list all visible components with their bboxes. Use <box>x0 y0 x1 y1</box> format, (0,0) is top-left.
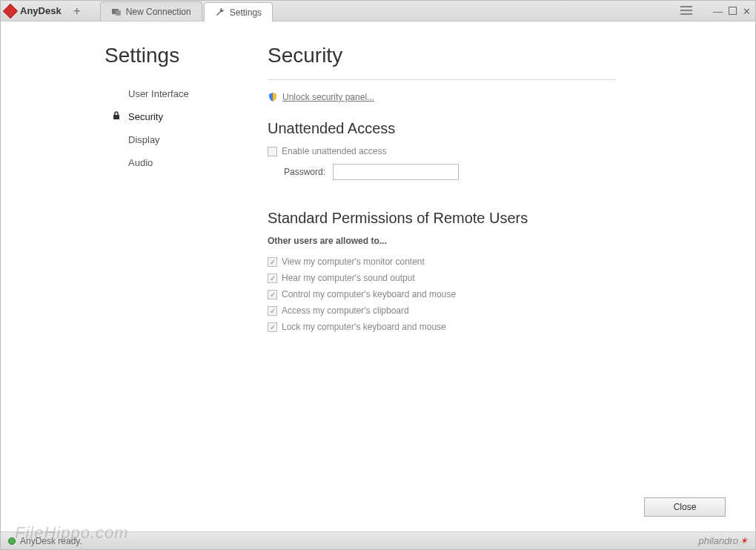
perm-checkbox[interactable] <box>268 257 277 267</box>
perm-label: View my computer's monitor content <box>282 256 425 267</box>
perm-label: Control my computer's keyboard and mouse <box>282 289 456 299</box>
section-title-unattended: Unattended Access <box>268 120 726 137</box>
status-indicator-icon <box>8 537 16 545</box>
password-label: Password: <box>284 167 325 177</box>
sidebar-item-label: Security <box>128 111 163 122</box>
sidebar-item-user-interface[interactable]: User Interface <box>105 82 253 105</box>
app-name-text: AnyDesk <box>20 5 62 16</box>
perm-lock-kb-mouse: Lock my computer's keyboard and mouse <box>268 322 726 332</box>
statusbar: AnyDesk ready. philandro ✶ <box>1 531 755 549</box>
enable-unattended-label: Enable unattended access <box>282 146 386 156</box>
tab-new-connection[interactable]: New Connection <box>100 1 202 21</box>
maximize-button[interactable] <box>729 6 737 17</box>
password-input[interactable] <box>333 164 459 180</box>
permissions-subtext: Other users are allowed to... <box>268 236 726 246</box>
sidebar-item-security[interactable]: Security <box>105 105 253 128</box>
sidebar-item-label: Audio <box>128 157 153 168</box>
brand-text: philandro <box>699 535 739 546</box>
app-window: AnyDesk + New Connection Settings — <box>0 0 756 550</box>
sidebar-item-label: Display <box>128 134 160 145</box>
unlock-security-link[interactable]: Unlock security panel... <box>282 92 374 102</box>
perm-view-monitor: View my computer's monitor content <box>268 256 726 267</box>
app-title: AnyDesk <box>1 1 69 21</box>
perm-label: Lock my computer's keyboard and mouse <box>282 322 446 332</box>
permissions-list: View my computer's monitor content Hear … <box>268 256 726 332</box>
close-window-button[interactable]: ✕ <box>743 6 751 17</box>
brand-label: philandro ✶ <box>699 535 749 546</box>
new-tab-button[interactable]: + <box>69 1 85 21</box>
uac-shield-icon <box>268 92 278 102</box>
section-title-permissions: Standard Permissions of Remote Users <box>268 210 726 227</box>
security-panel: Security Unlock security panel... Unatte… <box>253 44 755 490</box>
enable-unattended-checkbox[interactable] <box>268 147 277 156</box>
perm-checkbox[interactable] <box>268 322 277 332</box>
perm-label: Access my computer's clipboard <box>282 305 409 316</box>
sidebar-item-audio[interactable]: Audio <box>105 151 253 174</box>
close-button[interactable]: Close <box>644 497 726 517</box>
tab-label: Settings <box>230 7 262 18</box>
page-title: Security <box>268 44 726 67</box>
unlock-row: Unlock security panel... <box>268 92 726 102</box>
tabs: New Connection Settings <box>100 1 274 21</box>
sidebar-item-display[interactable]: Display <box>105 128 253 151</box>
connection-icon <box>111 7 122 17</box>
perm-checkbox[interactable] <box>268 290 277 299</box>
hamburger-menu-icon[interactable] <box>680 6 692 17</box>
perm-control-kb-mouse: Control my computer's keyboard and mouse <box>268 289 726 299</box>
perm-label: Hear my computer's sound output <box>282 273 415 283</box>
brand-star-icon: ✶ <box>740 535 748 546</box>
status-text: AnyDesk ready. <box>20 536 82 546</box>
settings-sidebar: Settings User Interface Security Display <box>105 44 253 490</box>
sidebar-item-label: User Interface <box>128 88 189 99</box>
minimize-button[interactable]: — <box>713 6 723 17</box>
settings-body: Settings User Interface Security Display <box>1 21 755 490</box>
titlebar: AnyDesk + New Connection Settings — <box>1 1 755 21</box>
wrench-icon <box>215 7 225 18</box>
perm-access-clipboard: Access my computer's clipboard <box>268 305 726 316</box>
password-row: Password: <box>284 164 726 180</box>
status-left: AnyDesk ready. <box>8 536 82 546</box>
perm-checkbox[interactable] <box>268 274 277 283</box>
anydesk-logo-icon <box>3 4 18 19</box>
sidebar-heading: Settings <box>105 44 253 67</box>
footer-buttons: Close <box>1 490 755 531</box>
lock-icon <box>112 111 122 122</box>
svg-rect-6 <box>113 115 119 119</box>
perm-hear-sound: Hear my computer's sound output <box>268 273 726 283</box>
enable-unattended-row: Enable unattended access <box>268 146 726 156</box>
content-area: Settings User Interface Security Display <box>1 21 755 531</box>
divider <box>268 79 616 80</box>
svg-rect-1 <box>116 10 121 16</box>
perm-checkbox[interactable] <box>268 306 277 316</box>
svg-rect-5 <box>729 7 737 14</box>
tab-settings[interactable]: Settings <box>204 2 273 21</box>
tab-label: New Connection <box>126 7 191 17</box>
window-controls: — ✕ <box>680 1 751 21</box>
